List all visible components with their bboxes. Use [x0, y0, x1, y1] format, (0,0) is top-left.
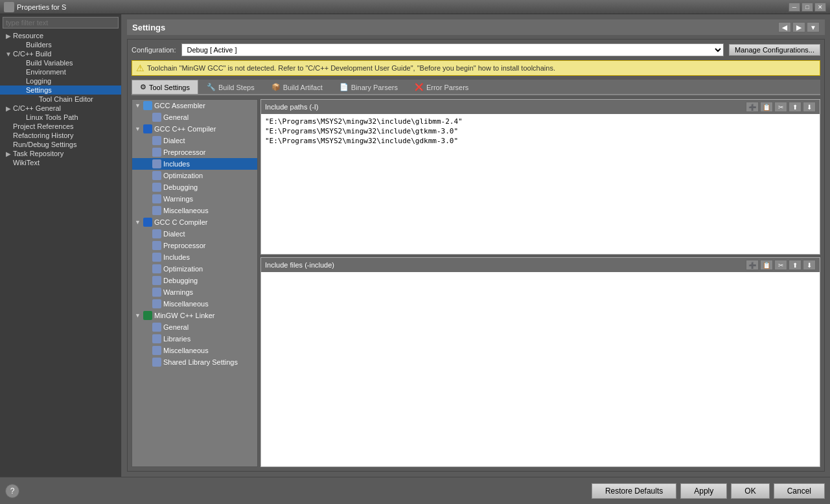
maximize-button[interactable]: □ — [801, 3, 813, 12]
tab-build_artifact[interactable]: 📦Build Artifact — [263, 80, 331, 94]
tool-arrow-gcc_cpp_compiler: ▼ — [135, 126, 141, 132]
sidebar-item-build_variables[interactable]: Build Variables — [0, 58, 121, 67]
sidebar-item-label-builders: Builders — [26, 41, 52, 49]
sidebar-item-label-resource: Resource — [13, 32, 43, 40]
tab-icon-build_artifact: 📦 — [271, 83, 281, 91]
tree-arrow-resource: ▶ — [5, 32, 12, 40]
tool-icon-includes2 — [152, 253, 161, 262]
tree-arrow-task_repository: ▶ — [5, 150, 12, 157]
tab-error_parsers[interactable]: ❌Error Parsers — [406, 80, 477, 94]
tool-tree-item-preprocessor[interactable]: Preprocessor — [132, 146, 257, 158]
nav-back-button[interactable]: ◀ — [778, 22, 791, 32]
sidebar-item-cpp_general[interactable]: ▶C/C++ General — [0, 104, 121, 113]
sidebar-item-label-linux_tools_path: Linux Tools Path — [26, 113, 78, 121]
sidebar-item-linux_tools_path[interactable]: Linux Tools Path — [0, 113, 121, 122]
tool-tree-item-warnings2[interactable]: Warnings — [132, 286, 257, 298]
sidebar-item-cpp_build[interactable]: ▼C/C++ Build — [0, 49, 121, 58]
sidebar-item-builders[interactable]: Builders — [0, 40, 121, 49]
sidebar-item-tool_chain_editor[interactable]: Tool Chain Editor — [0, 95, 121, 104]
restore-defaults-button[interactable]: Restore Defaults — [592, 483, 676, 499]
copy-file-button[interactable]: 📋 — [760, 260, 773, 270]
sidebar-item-task_repository[interactable]: ▶Task Repository — [0, 149, 121, 158]
tool-tree-item-miscellaneous[interactable]: Miscellaneous — [132, 205, 257, 216]
tool-icon-gcc_assembler — [143, 101, 152, 110]
tool-tree: ▼GCC AssemblerGeneral▼GCC C++ CompilerDi… — [132, 99, 258, 467]
sidebar-item-label-build_variables: Build Variables — [26, 59, 73, 67]
tab-build_steps[interactable]: 🔧Build Steps — [198, 80, 263, 94]
tool-tree-item-miscellaneous2[interactable]: Miscellaneous — [132, 298, 257, 310]
tool-tree-item-preprocessor2[interactable]: Preprocessor — [132, 240, 257, 251]
tool-icon-miscellaneous — [152, 206, 161, 215]
move-up-file-button[interactable]: ⬆ — [789, 260, 801, 270]
tool-tree-item-general_1[interactable]: General — [132, 111, 257, 123]
nav-forward-button[interactable]: ▶ — [792, 22, 805, 32]
tool-tree-item-optimization2[interactable]: Optimization — [132, 263, 257, 275]
tool-tree-item-gcc_cpp_compiler[interactable]: ▼GCC C++ Compiler — [132, 123, 257, 135]
include-path-item[interactable]: "E:\Programs\MSYS2\mingw32\include\glibm… — [264, 117, 817, 126]
tool-tree-item-gcc_c_compiler[interactable]: ▼GCC C Compiler — [132, 216, 257, 228]
tool-tree-label-dialect: Dialect — [163, 137, 185, 144]
main-layout: ▶ResourceBuilders▼C/C++ BuildBuild Varia… — [0, 14, 830, 477]
tool-tree-label-debugging2: Debugging — [163, 277, 198, 284]
tool-tree-label-warnings2: Warnings — [163, 288, 193, 296]
tool-tree-item-debugging[interactable]: Debugging — [132, 181, 257, 193]
close-button[interactable]: ✕ — [814, 3, 826, 12]
tool-tree-label-includes: Includes — [163, 160, 190, 168]
sidebar-item-settings[interactable]: Settings — [0, 86, 121, 95]
tool-tree-item-gcc_assembler[interactable]: ▼GCC Assembler — [132, 100, 257, 111]
move-down-file-button[interactable]: ⬇ — [803, 260, 816, 270]
add-path-button[interactable]: ➕ — [746, 102, 759, 112]
copy-path-button[interactable]: 📋 — [760, 102, 773, 112]
filter-input[interactable] — [3, 17, 119, 29]
tab-tool_settings[interactable]: ⚙Tool Settings — [132, 80, 198, 94]
tool-tree-label-gcc_cpp_compiler: GCC C++ Compiler — [154, 125, 216, 133]
nav-dropdown-button[interactable]: ▼ — [807, 22, 820, 32]
tool-tree-item-debugging2[interactable]: Debugging — [132, 275, 257, 286]
window-controls[interactable]: ─ □ ✕ — [789, 3, 826, 12]
tool-tree-item-miscellaneous3[interactable]: Miscellaneous — [132, 345, 257, 356]
right-panel: Include paths (-I) ➕ 📋 ✂ ⬆ ⬇ "E:\Pro — [260, 99, 820, 467]
tool-tree-item-shared_lib[interactable]: Shared Library Settings — [132, 356, 257, 368]
include-path-item[interactable]: "E:\Programs\MSYS2\mingw32\include\gdkmm… — [264, 136, 817, 146]
header-nav-buttons[interactable]: ◀ ▶ ▼ — [778, 22, 820, 32]
tab-binary_parsers[interactable]: 📄Binary Parsers — [331, 80, 406, 94]
add-file-button[interactable]: ➕ — [746, 260, 759, 270]
sidebar-item-logging[interactable]: Logging — [0, 76, 121, 86]
tool-tree-item-dialect[interactable]: Dialect — [132, 135, 257, 146]
tool-tree-item-includes[interactable]: Includes — [132, 158, 257, 170]
manage-configurations-button[interactable]: Manage Configurations... — [729, 44, 820, 56]
sidebar-item-label-task_repository: Task Repository — [13, 150, 63, 157]
sidebar-item-resource[interactable]: ▶Resource — [0, 31, 121, 40]
sidebar-item-environment[interactable]: Environment — [0, 67, 121, 76]
cancel-button[interactable]: Cancel — [774, 483, 825, 499]
include-files-actions[interactable]: ➕ 📋 ✂ ⬆ ⬇ — [746, 260, 816, 270]
sidebar-item-project_references[interactable]: Project References — [0, 122, 121, 131]
sidebar-item-label-refactoring_history: Refactoring History — [13, 132, 74, 139]
tool-tree-item-dialect2[interactable]: Dialect — [132, 228, 257, 240]
tab-icon-build_steps: 🔧 — [207, 83, 216, 91]
move-up-path-button[interactable]: ⬆ — [789, 102, 801, 112]
apply-button[interactable]: Apply — [680, 483, 727, 499]
delete-path-button[interactable]: ✂ — [774, 102, 787, 112]
delete-file-button[interactable]: ✂ — [774, 260, 787, 270]
tool-arrow-mingw_linker: ▼ — [135, 312, 141, 319]
sidebar-item-run_debug_settings[interactable]: Run/Debug Settings — [0, 140, 121, 149]
ok-button[interactable]: OK — [731, 483, 769, 499]
tool-tree-item-optimization[interactable]: Optimization — [132, 170, 257, 181]
include-paths-actions[interactable]: ➕ 📋 ✂ ⬆ ⬇ — [746, 102, 816, 112]
tool-tree-item-general_2[interactable]: General — [132, 321, 257, 333]
include-path-item[interactable]: "E:\Programs\MSYS2\mingw32\include\gtkmm… — [264, 126, 817, 136]
move-down-path-button[interactable]: ⬇ — [803, 102, 816, 112]
warning-icon: ⚠ — [136, 63, 144, 73]
config-select[interactable]: Debug [ Active ] — [181, 43, 724, 56]
help-button[interactable]: ? — [5, 484, 19, 498]
tool-tree-item-mingw_linker[interactable]: ▼MinGW C++ Linker — [132, 310, 257, 321]
include-paths-header: Include paths (-I) ➕ 📋 ✂ ⬆ ⬇ — [261, 100, 820, 114]
minimize-button[interactable]: ─ — [789, 3, 800, 12]
sidebar-item-wikitext[interactable]: WikiText — [0, 158, 121, 167]
sidebar-item-refactoring_history[interactable]: Refactoring History — [0, 131, 121, 140]
tool-tree-item-includes2[interactable]: Includes — [132, 251, 257, 263]
tool-tree-item-warnings[interactable]: Warnings — [132, 193, 257, 205]
tool-icon-preprocessor2 — [152, 241, 161, 250]
tool-tree-item-libraries[interactable]: Libraries — [132, 333, 257, 345]
